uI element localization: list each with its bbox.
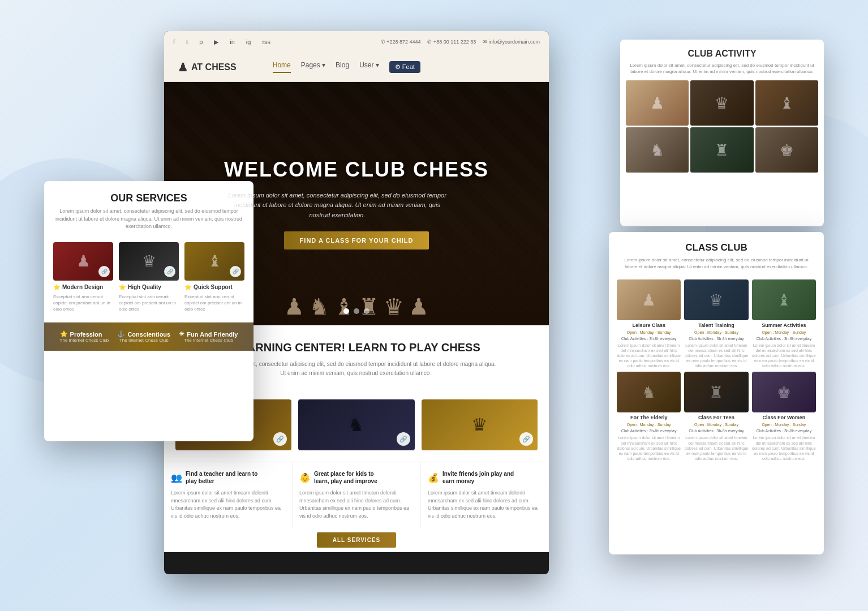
carousel-indicators xyxy=(343,308,369,314)
services-title: OUR SERVICES xyxy=(53,192,244,204)
nav-blog[interactable]: Blog xyxy=(336,61,349,73)
strip-profession: ⭐ Profession The Internet Chess Club xyxy=(60,330,109,343)
nav-pages[interactable]: Pages ▾ xyxy=(301,61,325,73)
class-card-activities-teen: Club Activities : 3h-8h everyday xyxy=(684,429,748,433)
activity-icon-6: ♚ xyxy=(780,141,794,160)
feature-link-1[interactable]: 🔗 xyxy=(273,432,287,446)
feature-link-3[interactable]: 🔗 xyxy=(519,432,533,446)
activity-cell-4: ♞ xyxy=(626,127,689,173)
class-card-desc-teen: Lorem ipsum dolor sit amet timeam del mn… xyxy=(684,435,748,461)
anchor-icon: ⚓ xyxy=(117,330,125,338)
star-icon-profession: ⭐ xyxy=(60,330,68,338)
fax-number: ✆ +88 00 111 222 33 xyxy=(427,39,476,45)
nav-user[interactable]: User ▾ xyxy=(359,61,379,73)
hero-topbar: f t p ▶ in ig rss ✆ +228 872 4444 ✆ +88 … xyxy=(164,31,549,53)
nav-home[interactable]: Home xyxy=(273,61,291,73)
feature-img-2: ♞ 🔗 xyxy=(298,399,414,450)
slide-dot-1[interactable] xyxy=(343,308,349,314)
class-card-title-talent: Talent Training xyxy=(684,322,748,328)
rss-icon[interactable]: rss xyxy=(262,38,270,45)
site-logo[interactable]: ♟ AT CHESS xyxy=(178,61,237,74)
activity-icon-1: ♟ xyxy=(650,94,664,113)
slide-dot-3[interactable] xyxy=(364,308,369,314)
chess-svc-icon-1: ♟ xyxy=(76,252,91,270)
class-card-title-summer: Summer Activities xyxy=(752,322,816,328)
class-card-desc-talent: Lorem ipsum dolor sit amet timeam del mn… xyxy=(684,343,748,368)
svc-link-2[interactable]: 🔗 xyxy=(164,266,175,277)
chess-svc-icon-2: ♛ xyxy=(142,252,156,270)
class-card-open-summer: Open : Monday - Sunday xyxy=(752,330,816,334)
class-img-summer: ♝ xyxy=(752,279,816,320)
chess-svc-icon-3: ♝ xyxy=(208,252,222,270)
learn-card-header-3: 💰 Invite friends join play andearn money xyxy=(428,470,542,485)
chess-pawn-1: ♟ xyxy=(284,294,304,320)
strip-profession-label: ⭐ Profession xyxy=(60,330,109,338)
class-header: CLASS CLUB Lorem ipsum dolor sit amet, c… xyxy=(609,232,824,275)
class-subtitle: Lorem ipsum dolor sit amet, consectetur … xyxy=(618,257,815,270)
svc-link-3[interactable]: 🔗 xyxy=(230,266,241,277)
class-card-activities-women: Club Activities : 3h-8h everyday xyxy=(752,429,816,433)
class-card-title-leisure: Leisure Class xyxy=(617,322,681,328)
activity-header: CLUB ACTIVITY Lorem ipsum dolor sit amet… xyxy=(620,40,824,80)
learn-card-title-3: Invite friends join play andearn money xyxy=(442,470,514,485)
twitter-icon[interactable]: t xyxy=(186,38,188,45)
activity-icon-5: ♜ xyxy=(715,141,729,160)
nav-feat[interactable]: ⚙ Feat xyxy=(389,61,420,73)
all-services-button[interactable]: ALL SERVICES xyxy=(317,532,396,548)
class-card-leisure: ♟ Leisure Class Open : Monday - Sunday C… xyxy=(617,279,681,368)
services-subtitle: Lorem ipsum dolor sit amet, consectetur … xyxy=(53,208,244,231)
facebook-icon[interactable]: f xyxy=(173,38,175,45)
hero-title: WELCOME CLUB CHESS xyxy=(224,158,489,182)
linkedin-icon[interactable]: in xyxy=(230,38,235,45)
star-icon-1: ⭐ xyxy=(53,284,60,290)
class-card-elderly: ♞ For The Elderly Open : Monday - Sunday… xyxy=(617,372,681,461)
strip-friendly: ☀ Fun And Friendly The Internet Chess Cl… xyxy=(179,330,238,343)
class-card-desc-leisure: Lorem ipsum dolor sit amet timeam del mn… xyxy=(617,343,681,368)
all-services-section: ALL SERVICES xyxy=(164,528,549,552)
chess-img-icon-3: ♛ xyxy=(471,414,488,436)
activity-title: CLUB ACTIVITY xyxy=(629,49,815,59)
find-class-button[interactable]: FIND A CLASS FOR YOUR CHILD xyxy=(284,231,429,249)
services-banner-strip: ⭐ Profession The Internet Chess Club ⚓ C… xyxy=(44,322,253,351)
strip-conscientious-sub: The Internet Chess Club xyxy=(117,338,170,343)
class-card-activities-elderly: Club Activities : 3h-8h everyday xyxy=(617,429,681,433)
class-card-open-women: Open : Monday - Sunday xyxy=(752,423,816,427)
service-desc-3: Excepturi sint aon cerunt capidel om pre… xyxy=(184,294,244,313)
service-card-high-quality: ♛ 🔗 ⭐ High Quality Excepturi sint aon ce… xyxy=(119,242,179,313)
service-img-2: ♛ 🔗 xyxy=(119,242,179,281)
class-chess-icon-4: ♞ xyxy=(642,383,656,402)
class-card-open-leisure: Open : Monday - Sunday xyxy=(617,330,681,334)
class-card-open-talent: Open : Monday - Sunday xyxy=(684,330,748,334)
class-chess-icon-1: ♟ xyxy=(642,291,656,309)
class-card-title-elderly: For The Elderly xyxy=(617,415,681,420)
chess-queen-1: ♛ xyxy=(384,294,404,320)
learn-card-title-2: Great place for kids tolearn, play and i… xyxy=(314,470,377,485)
class-chess-icon-2: ♛ xyxy=(709,291,723,309)
svc-link-1[interactable]: 🔗 xyxy=(98,266,110,277)
pinterest-icon[interactable]: p xyxy=(199,38,203,45)
slide-dot-2[interactable] xyxy=(354,308,359,314)
class-card-women: ♚ Class For Women Open : Monday - Sunday… xyxy=(752,372,816,461)
learn-card-desc-2: Lorem ipsum dolor sit amet timeam deleni… xyxy=(299,489,414,520)
instagram-icon[interactable]: ig xyxy=(246,38,251,45)
service-img-1: ♟ 🔗 xyxy=(53,242,113,281)
learn-card-1: 👥 Find a teacher and learn toplay better… xyxy=(164,462,293,528)
service-name-2: ⭐ High Quality xyxy=(119,284,179,290)
class-chess-icon-5: ♜ xyxy=(709,383,723,402)
sun-icon: ☀ xyxy=(179,330,184,338)
feature-link-2[interactable]: 🔗 xyxy=(397,432,410,446)
class-window: CLASS CLUB Lorem ipsum dolor sit amet, c… xyxy=(609,232,824,554)
activity-subtitle: Lorem ipsum dolor sit amet, consectetur … xyxy=(629,62,815,75)
class-card-open-elderly: Open : Monday - Sunday xyxy=(617,423,681,427)
services-cards-grid: ♟ 🔗 ⭐ Modern Design Excepturi sint aon c… xyxy=(44,236,253,319)
youtube-icon[interactable]: ▶ xyxy=(214,38,218,46)
chess-knight-1: ♞ xyxy=(309,294,329,320)
learn-card-2: 👶 Great place for kids tolearn, play and… xyxy=(293,462,421,528)
services-header: OUR SERVICES Lorem ipsum dolor sit amet,… xyxy=(44,181,253,236)
prev-slide-button[interactable]: ‹ xyxy=(171,196,175,212)
star-icon-3: ⭐ xyxy=(184,284,191,290)
chess-pawn-2: ♟ xyxy=(409,294,429,320)
class-card-title-women: Class For Women xyxy=(752,415,816,420)
class-card-desc-women: Lorem ipsum dolor sit amet timeam del mn… xyxy=(752,435,816,461)
class-card-open-teen: Open : Monday - Sunday xyxy=(684,423,748,427)
